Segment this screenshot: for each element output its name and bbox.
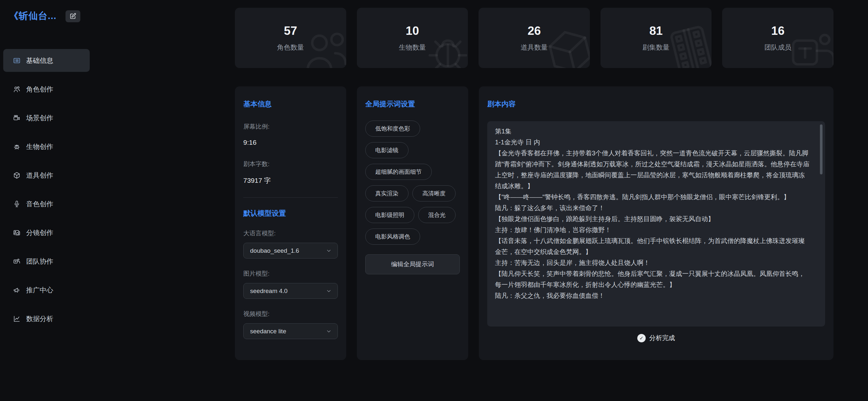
sidebar-item-promotion-center[interactable]: 推广中心: [3, 278, 90, 301]
stat-card-team-members: 16 团队成员: [722, 8, 834, 68]
llm-model-value: doubao_seed_1.6: [250, 247, 299, 254]
cube-watermark-icon: [537, 19, 590, 68]
global-prompts-panel: 全局提示词设置 低饱和度色彩 电影滤镜 超细腻的画面细节 真实渲染 高清晰度 电…: [357, 87, 468, 360]
people-icon: [13, 86, 21, 93]
sidebar-item-label: 场景创作: [26, 113, 53, 123]
stat-card-props: 26 道具数量: [478, 8, 590, 68]
sidebar-item-scene-creation[interactable]: 场景创作: [3, 106, 90, 129]
divider: [243, 197, 338, 198]
sidebar-item-storyboard-creation[interactable]: 分镜创作: [3, 221, 90, 244]
sidebar-item-character-creation[interactable]: 角色创作: [3, 78, 90, 101]
sidebar-item-prop-creation[interactable]: 道具创作: [3, 164, 90, 187]
cube-icon: [13, 171, 21, 179]
analysis-status: ✓ 分析完成: [487, 334, 825, 342]
sidebar-item-data-analysis[interactable]: 数据分析: [3, 307, 90, 330]
prompt-tags: 低饱和度色彩 电影滤镜 超细腻的画面细节 真实渲染 高清晰度 电影级照明 混合光…: [365, 121, 460, 245]
model-settings-title: 默认模型设置: [243, 208, 338, 218]
stat-value: 10: [406, 24, 419, 38]
edit-global-prompts-button[interactable]: 编辑全局提示词: [365, 254, 460, 274]
image-model-select[interactable]: seedream 4.0: [243, 283, 338, 299]
chevron-down-icon: [326, 288, 332, 294]
prompt-tag: 电影风格调色: [365, 229, 420, 245]
script-content-title: 剧本内容: [487, 99, 825, 109]
people-watermark-icon: [299, 25, 346, 68]
prompt-tag: 超细腻的画面细节: [365, 164, 432, 180]
chart-icon: [13, 315, 21, 323]
film-watermark-icon: [659, 19, 712, 68]
sidebar-item-label: 分镜创作: [26, 228, 53, 237]
stat-value: 57: [284, 24, 297, 38]
image-model-value: seedream 4.0: [250, 288, 287, 295]
sidebar: 基础信息 角色创作 场景创作 生物创作 道具创作 音色创作 分镜创作 团队协作: [3, 49, 90, 336]
mic-icon: [13, 200, 21, 208]
basic-info-panel: 基本信息 屏幕比例: 9:16 剧本字数: 73917 字 默认模型设置 大语言…: [235, 87, 346, 360]
sidebar-item-label: 数据分析: [26, 314, 53, 323]
video-model-label: 视频模型:: [243, 310, 338, 318]
word-count-value: 73917 字: [243, 176, 338, 185]
stat-card-episodes: 81 剧集数量: [600, 8, 712, 68]
chevron-down-icon: [326, 248, 332, 254]
camera-icon: [13, 114, 21, 122]
screen-ratio-value: 9:16: [243, 139, 338, 146]
sidebar-item-label: 音色创作: [26, 200, 53, 208]
project-title: 《斩仙台...: [9, 10, 57, 23]
sidebar-item-label: 团队协作: [26, 257, 53, 266]
sidebar-item-label: 道具创作: [26, 171, 53, 180]
bug-icon: [13, 143, 21, 151]
global-prompts-title: 全局提示词设置: [365, 99, 460, 109]
prompt-tag: 低饱和度色彩: [365, 121, 420, 137]
bug-watermark-icon: [421, 25, 468, 68]
stat-card-creatures: 10 生物数量: [357, 8, 468, 68]
script-text: 第1集 1-1金光寺 日 内 【金光寺香客都在拜佛，主持带着3个僧人对着香客回礼…: [495, 126, 810, 301]
prompt-tag: 电影滤镜: [365, 142, 408, 158]
llm-model-select[interactable]: doubao_seed_1.6: [243, 243, 338, 259]
list-icon: [13, 57, 21, 64]
screen-ratio-label: 屏幕比例:: [243, 123, 338, 131]
app-header: 《斩仙台...: [9, 10, 80, 23]
llm-model-label: 大语言模型:: [243, 229, 338, 238]
word-count-label: 剧本字数:: [243, 160, 338, 168]
sidebar-item-label: 角色创作: [26, 85, 53, 94]
teams-watermark-icon: [786, 25, 834, 68]
script-scroll-area[interactable]: 第1集 1-1金光寺 日 内 【金光寺香客都在拜佛，主持带着3个僧人对着香客回礼…: [487, 121, 825, 327]
video-model-select[interactable]: seedance lite: [243, 323, 338, 339]
sidebar-item-label: 生物创作: [26, 142, 53, 151]
teams-icon: [13, 258, 21, 265]
edit-icon: [70, 13, 76, 19]
megaphone-icon: [13, 286, 21, 294]
sidebar-item-voice-creation[interactable]: 音色创作: [3, 193, 90, 215]
sidebar-item-creature-creation[interactable]: 生物创作: [3, 135, 90, 158]
analysis-status-text: 分析完成: [649, 334, 675, 342]
sidebar-item-label: 推广中心: [26, 286, 53, 295]
stat-card-characters: 57 角色数量: [235, 8, 346, 68]
prompt-tag: 高清晰度: [412, 186, 456, 201]
stat-value: 16: [771, 24, 784, 38]
sidebar-item-basic-info[interactable]: 基础信息: [3, 49, 90, 72]
scrollbar-thumb[interactable]: [820, 125, 823, 174]
panels-row: 基本信息 屏幕比例: 9:16 剧本字数: 73917 字 默认模型设置 大语言…: [235, 87, 834, 360]
sidebar-item-label: 基础信息: [26, 56, 53, 65]
image-icon: [13, 229, 21, 237]
basic-info-title: 基本信息: [243, 99, 338, 109]
prompt-tag: 混合光: [418, 207, 456, 223]
prompt-tag: 真实渲染: [365, 186, 408, 201]
check-circle-icon: ✓: [637, 334, 646, 342]
chevron-down-icon: [326, 329, 332, 334]
image-model-label: 图片模型:: [243, 269, 338, 278]
script-content-panel: 剧本内容 第1集 1-1金光寺 日 内 【金光寺香客都在拜佛，主持带着3个僧人对…: [479, 87, 834, 360]
video-model-value: seedance lite: [250, 328, 286, 335]
stats-row: 57 角色数量 10 生物数量 26 道具数量 81 剧集数量 16 团队成员: [235, 8, 834, 68]
sidebar-item-team-collaboration[interactable]: 团队协作: [3, 250, 90, 273]
prompt-tag: 电影级照明: [365, 207, 414, 223]
edit-title-button[interactable]: [65, 10, 80, 22]
app-screen: 《斩仙台... 基础信息 角色创作 场景创作 生物创作 道具创作 音色创作: [0, 0, 868, 401]
